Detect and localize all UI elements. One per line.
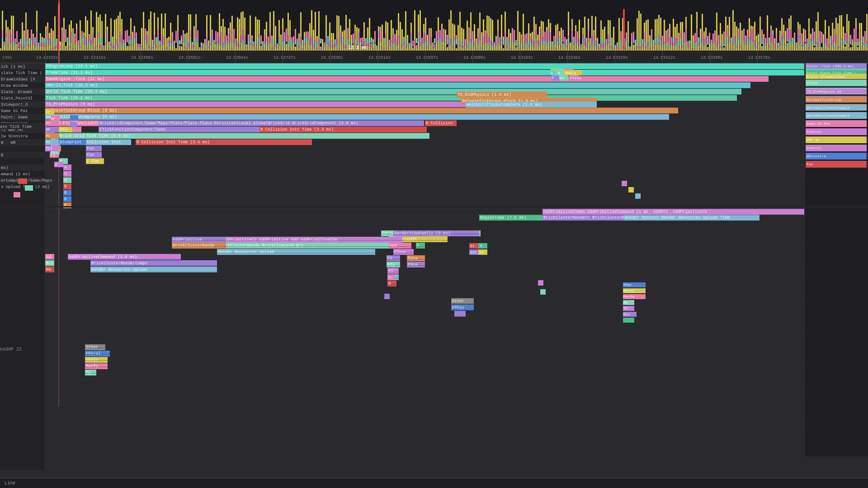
status-label: Line [5, 481, 15, 486]
profiler-container: Line [0, 0, 868, 488]
profiler-canvas [0, 0, 868, 488]
status-bar: Line [0, 478, 868, 488]
